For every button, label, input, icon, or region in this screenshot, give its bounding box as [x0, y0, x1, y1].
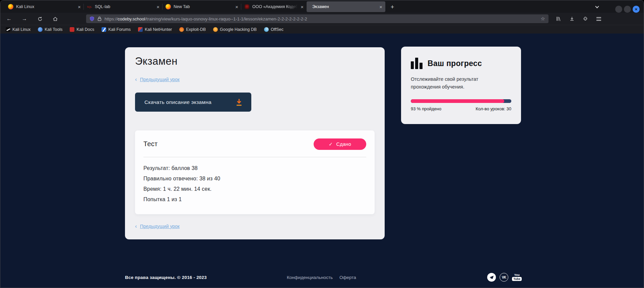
kali-tools-icon — [38, 27, 43, 32]
vk-icon[interactable]: VK — [500, 273, 508, 282]
downloads-icon[interactable] — [567, 14, 577, 23]
bookmark-label: OffSec — [271, 27, 283, 32]
tab-list-dropdown-icon[interactable] — [592, 2, 602, 12]
result-time: Время: 1 ч. 22 мин. 14 сек. — [143, 184, 366, 194]
previous-lesson-anchor[interactable]: Предыдущий урок — [140, 224, 180, 229]
minimize-button[interactable] — [615, 6, 622, 13]
extensions-puzzle-icon[interactable] — [580, 14, 591, 23]
bookmark-star-icon[interactable]: ☆ — [541, 16, 545, 22]
bookmark-kali-linux[interactable]: Kali Linux — [6, 27, 30, 32]
check-icon: ✓ — [329, 141, 333, 147]
bookmark-label: Google Hacking DB — [220, 27, 257, 32]
bookmark-kali-forums[interactable]: Kali Forums — [102, 27, 131, 32]
tab-title: ООО «Академия Кодеба — [252, 4, 299, 9]
tab-exam-active[interactable]: Экзамен × — [307, 1, 385, 12]
offer-link[interactable]: Оферта — [339, 275, 356, 280]
firefox-icon — [8, 4, 13, 9]
exam-card: Экзамен ‹ Предыдущий урок Скачать описан… — [125, 47, 385, 239]
forward-button[interactable]: → — [19, 14, 30, 23]
tab-kali-linux[interactable]: Kali Linux × — [5, 1, 84, 12]
bookmark-label: Kali NetHunter — [145, 27, 172, 32]
bookmark-exploit-db[interactable]: Exploit-DB — [179, 27, 206, 32]
tab-title: New Tab — [174, 4, 233, 9]
browser-window: Kali Linux × SQL SQL-lab × New Tab × ООО… — [0, 0, 644, 288]
bookmark-label: Kali Linux — [12, 27, 30, 32]
bookmark-label: Exploit-DB — [186, 27, 206, 32]
close-icon[interactable]: × — [156, 4, 159, 9]
telegram-icon[interactable] — [487, 273, 496, 282]
progress-title: Ваш прогресс — [428, 59, 482, 68]
bookmark-kali-nethunter[interactable]: Kali NetHunter — [138, 27, 172, 32]
kali-dragon-icon — [6, 27, 10, 32]
bookmark-google-hacking-db[interactable]: Google Hacking DB — [213, 27, 257, 32]
result-correct-answers: Правильно отвечено: 38 из 40 — [143, 173, 366, 184]
progress-bar-fill — [411, 99, 504, 103]
kali-nethunter-icon — [138, 27, 143, 32]
app-menu-icon[interactable] — [593, 14, 604, 23]
previous-lesson-anchor[interactable]: Предыдущий урок — [140, 77, 180, 82]
download-button-label: Скачать описание экзамна — [144, 99, 211, 105]
bookmark-kali-docs[interactable]: Kali Docs — [70, 27, 94, 32]
lessons-count-label: Кол-во уроков: 30 — [475, 106, 511, 111]
youtube-icon[interactable]: You Tube — [512, 274, 522, 281]
url-bar[interactable]: https://codeby.school/training/view/kurs… — [86, 14, 549, 23]
page-content: Экзамен ‹ Предыдущий урок Скачать описан… — [0, 34, 644, 288]
bookmark-label: Kali Tools — [45, 27, 62, 32]
progress-bar — [411, 99, 511, 103]
divider — [143, 157, 366, 157]
bookmark-label: Kali Docs — [76, 27, 94, 32]
new-tab-button[interactable]: + — [387, 2, 397, 12]
tab-sql-lab[interactable]: SQL SQL-lab × — [84, 1, 163, 12]
progress-percent-label: 93 % пройдено — [411, 106, 441, 111]
copyright-text: Все права защищены. © 2016 - 2023 — [125, 275, 207, 280]
codeby-favicon — [244, 4, 250, 9]
progress-description: Отслеживайте свой результат прохождения … — [411, 75, 493, 91]
close-window-button[interactable]: × — [633, 6, 640, 13]
result-attempt: Попытка 1 из 1 — [143, 194, 366, 205]
status-badge-label: Сдано — [336, 141, 351, 147]
url-text: https://codeby.school/training/view/kurs… — [105, 16, 307, 21]
tracking-protection-shield-icon[interactable] — [89, 16, 94, 21]
navigation-bar: ← → https://codeby.school/training/view/… — [0, 13, 644, 25]
close-icon[interactable]: × — [235, 4, 238, 9]
progress-card: Ваш прогресс Отслеживайте свой результат… — [401, 47, 521, 124]
home-button[interactable] — [50, 14, 61, 23]
lock-icon[interactable] — [98, 16, 102, 21]
tab-title: Экзамен — [312, 4, 377, 9]
tab-title: Kali Linux — [16, 4, 76, 9]
kali-docs-icon — [70, 27, 74, 32]
bookmark-label: Kali Forums — [108, 27, 131, 32]
status-badge-passed: ✓ Сдано — [314, 138, 366, 150]
close-icon[interactable]: × — [301, 4, 304, 9]
page-footer: Все права защищены. © 2016 - 2023 Конфид… — [125, 273, 522, 282]
tab-academy-codeby[interactable]: ООО «Академия Кодеба × — [241, 1, 307, 12]
tab-new-tab[interactable]: New Tab × — [163, 1, 241, 12]
download-exam-description-button[interactable]: Скачать описание экзамна — [135, 93, 251, 112]
offsec-icon — [264, 27, 269, 32]
tab-bar: Kali Linux × SQL SQL-lab × New Tab × ООО… — [0, 0, 644, 13]
test-result-card: Тест ✓ Сдано Результат: баллов 38 Правил… — [135, 130, 375, 214]
bookmark-offsec[interactable]: OffSec — [264, 27, 283, 32]
close-icon[interactable]: × — [379, 4, 382, 9]
exploit-db-icon — [179, 27, 184, 32]
sql-favicon: SQL — [87, 4, 92, 9]
previous-lesson-link-top[interactable]: ‹ Предыдущий урок — [135, 76, 375, 82]
bookmark-kali-tools[interactable]: Kali Tools — [38, 27, 62, 32]
back-button[interactable]: ← — [4, 14, 14, 23]
reload-button[interactable] — [35, 14, 45, 23]
library-icon[interactable] — [553, 14, 564, 23]
page-title: Экзамен — [135, 55, 375, 67]
chevron-left-icon: ‹ — [135, 76, 137, 82]
firefox-icon — [166, 4, 171, 9]
close-icon[interactable]: × — [78, 4, 81, 9]
tab-title: SQL-lab — [95, 4, 154, 9]
bookmarks-bar: Kali Linux Kali Tools Kali Docs Kali For… — [0, 25, 644, 34]
social-icons: VK You Tube — [487, 273, 522, 282]
toolbar-right — [553, 14, 604, 23]
privacy-link[interactable]: Конфиденциальность — [287, 275, 333, 280]
window-controls: × — [615, 6, 640, 13]
download-icon — [235, 98, 243, 107]
previous-lesson-link-bottom[interactable]: ‹ Предыдущий урок — [135, 223, 375, 229]
bar-chart-icon — [411, 58, 423, 69]
maximize-button[interactable] — [624, 6, 631, 13]
